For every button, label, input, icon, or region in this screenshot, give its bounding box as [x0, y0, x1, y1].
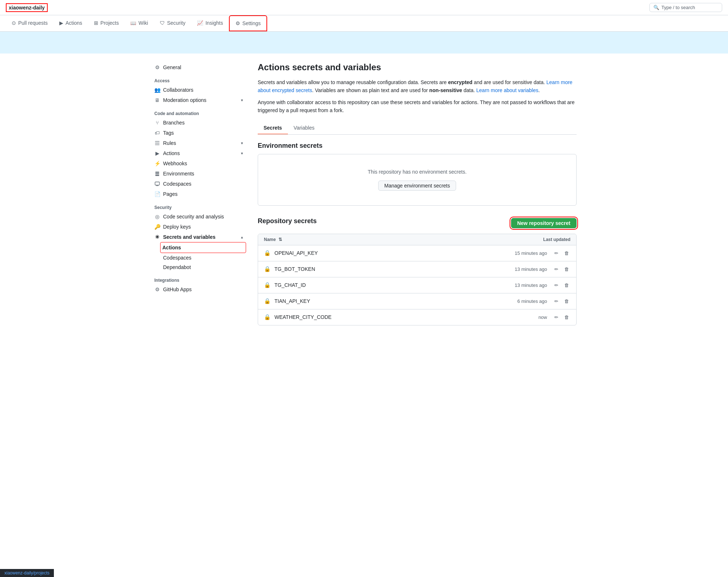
pull-requests-icon: ⊙ [12, 20, 16, 26]
tab-variables[interactable]: Variables [288, 122, 320, 134]
secret-name: TIAN_API_KEY [274, 298, 310, 304]
tab-secrets[interactable]: Secrets [258, 122, 288, 134]
svg-rect-1 [155, 173, 159, 174]
actions-sidebar-icon: ▶ [154, 150, 160, 156]
projects-icon: ⊞ [94, 20, 98, 26]
tab-insights[interactable]: 📈 Insights [191, 16, 229, 31]
table-row: 🔒 WEATHER_CITY_CODE now ✏ 🗑 [258, 309, 576, 325]
sidebar-item-moderation[interactable]: 🖥 Moderation options ▾ [151, 95, 246, 105]
secrets-chevron-icon: ▴ [241, 235, 243, 240]
moderation-chevron-icon: ▾ [241, 98, 243, 103]
secrets-table: Name ⇅ Last updated 🔒 OPENAI_API_KEY 15 … [258, 234, 577, 325]
delete-button[interactable]: 🗑 [563, 282, 570, 289]
svg-rect-4 [156, 185, 159, 186]
repo-secrets-title: Repository secrets [258, 217, 317, 225]
sidebar-item-general[interactable]: ⚙ General [151, 62, 246, 72]
link-variables[interactable]: Learn more about variables [476, 87, 538, 93]
sidebar-section-access: Access [151, 72, 246, 85]
tab-settings[interactable]: ⚙ Settings [229, 15, 268, 31]
manage-env-secrets-button[interactable]: Manage environment secrets [378, 181, 456, 191]
sidebar-item-secrets-variables[interactable]: ✳ Secrets and variables ▴ [151, 232, 246, 242]
delete-button[interactable]: 🗑 [563, 266, 570, 273]
sidebar-sub-item-actions[interactable]: Actions [160, 242, 246, 253]
new-repository-secret-button[interactable]: New repository secret [511, 218, 577, 228]
sidebar-item-code-security[interactable]: ◎ Code security and analysis [151, 212, 246, 222]
tab-wiki[interactable]: 📖 Wiki [124, 16, 154, 31]
sidebar-item-actions[interactable]: ▶ Actions ▾ [151, 148, 246, 158]
content-desc-1: Secrets and variables allow you to manag… [258, 78, 577, 95]
desc1-after2: . Variables are shown as plain text and … [312, 87, 429, 93]
sidebar-item-codespaces[interactable]: Codespaces [151, 179, 246, 189]
tab-security[interactable]: 🛡 Security [154, 16, 191, 31]
secret-name: WEATHER_CITY_CODE [274, 314, 332, 320]
pages-icon: 📄 [154, 191, 160, 197]
branches-icon: ⑂ [154, 120, 160, 126]
desc1-bold: encrypted [448, 79, 472, 85]
search-box[interactable]: 🔍 Type / to search [649, 3, 722, 12]
page-title: Actions secrets and variables [258, 62, 577, 72]
sidebar-section-code: Code and automation [151, 105, 246, 118]
sidebar-item-github-apps[interactable]: ⚙ GitHub Apps [151, 284, 246, 295]
secret-updated: 13 minutes ago [515, 266, 547, 272]
settings-icon: ⚙ [236, 20, 240, 26]
delete-button[interactable]: 🗑 [563, 314, 570, 321]
secrets-icon: ✳ [154, 234, 160, 240]
secret-name: TG_BOT_TOKEN [274, 266, 315, 272]
rules-chevron-icon: ▾ [241, 141, 243, 146]
content-desc-2: Anyone with collaborator access to this … [258, 98, 577, 115]
tab-projects[interactable]: ⊞ Projects [88, 16, 125, 31]
secret-updated: 6 minutes ago [517, 299, 547, 304]
svg-rect-2 [155, 175, 159, 176]
desc1-bold2: non-sensitive [429, 87, 462, 93]
env-secrets-box: This repository has no environment secre… [258, 154, 577, 206]
svg-rect-3 [155, 182, 159, 185]
edit-button[interactable]: ✏ [553, 314, 560, 321]
environments-icon [154, 171, 160, 177]
lock-icon: 🔒 [264, 314, 271, 320]
delete-button[interactable]: 🗑 [563, 250, 570, 257]
sidebar-sub-item-codespaces[interactable]: Codespaces [151, 253, 246, 262]
wiki-icon: 📖 [130, 20, 136, 26]
tab-bar: Secrets Variables [258, 122, 577, 135]
table-row: 🔒 TG_BOT_TOKEN 13 minutes ago ✏ 🗑 [258, 261, 576, 277]
blue-banner [0, 32, 728, 54]
lock-icon: 🔒 [264, 298, 271, 304]
lock-icon: 🔒 [264, 282, 271, 288]
search-icon: 🔍 [653, 5, 659, 10]
table-header: Name ⇅ Last updated [258, 234, 576, 245]
svg-rect-0 [155, 172, 159, 173]
sidebar-item-webhooks[interactable]: ⚡ Webhooks [151, 158, 246, 169]
desc1-before: Secrets and variables allow you to manag… [258, 79, 448, 85]
rules-icon [154, 140, 160, 146]
edit-button[interactable]: ✏ [553, 298, 560, 305]
actions-chevron-icon: ▾ [241, 151, 243, 156]
sidebar-item-pages[interactable]: 📄 Pages [151, 189, 246, 199]
secret-updated: 13 minutes ago [515, 282, 547, 288]
lock-icon: 🔒 [264, 250, 271, 256]
sidebar-item-collaborators[interactable]: 👥 Collaborators [151, 85, 246, 95]
sidebar-item-rules[interactable]: Rules ▾ [151, 138, 246, 148]
insights-icon: 📈 [197, 20, 203, 26]
col-name: Name ⇅ [264, 237, 282, 242]
edit-button[interactable]: ✏ [553, 250, 560, 257]
sidebar-item-environments[interactable]: Environments [151, 169, 246, 179]
sidebar-item-branches[interactable]: ⑂ Branches [151, 118, 246, 128]
content-area: Actions secrets and variables Secrets an… [258, 62, 577, 325]
sidebar-sub-item-dependabot[interactable]: Dependabot [151, 262, 246, 272]
general-icon: ⚙ [154, 64, 160, 70]
sidebar-item-tags[interactable]: 🏷 Tags [151, 128, 246, 138]
repo-name[interactable]: xiaowenz-daily [6, 3, 48, 12]
tab-actions[interactable]: ▶ Actions [54, 16, 88, 31]
col-updated: Last updated [543, 237, 570, 242]
table-row: 🔒 TIAN_API_KEY 6 minutes ago ✏ 🗑 [258, 293, 576, 309]
edit-button[interactable]: ✏ [553, 282, 560, 289]
sidebar: ⚙ General Access 👥 Collaborators 🖥 Moder… [151, 62, 246, 325]
sidebar-section-security: Security [151, 199, 246, 212]
delete-button[interactable]: 🗑 [563, 298, 570, 305]
edit-button[interactable]: ✏ [553, 266, 560, 273]
actions-icon: ▶ [59, 20, 63, 26]
search-placeholder: Type / to search [661, 5, 695, 10]
security-icon: 🛡 [160, 20, 165, 26]
tab-pull-requests[interactable]: ⊙ Pull requests [6, 16, 54, 31]
sidebar-item-deploy-keys[interactable]: 🔑 Deploy keys [151, 222, 246, 232]
